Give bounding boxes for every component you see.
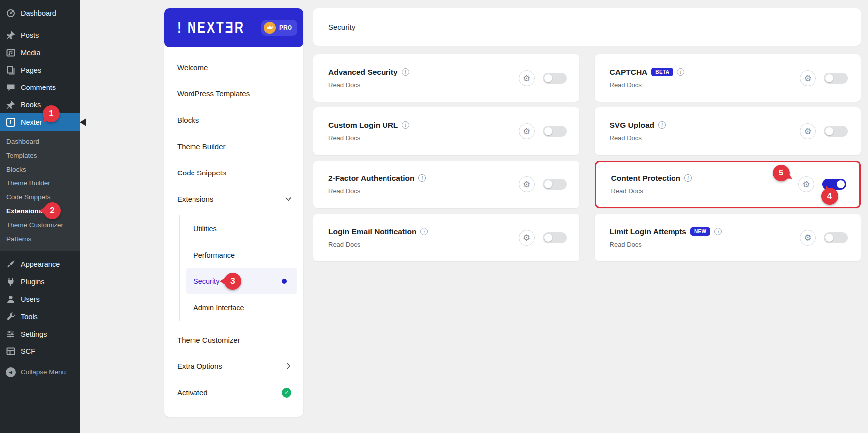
- panel-menu-item-code-snippets[interactable]: Code Snippets: [164, 160, 303, 186]
- sidebar-item-settings[interactable]: Settings: [0, 325, 80, 343]
- read-docs-link[interactable]: Read Docs: [328, 187, 360, 195]
- extensions-submenu-item-admin-interface[interactable]: Admin Interface: [180, 294, 303, 321]
- read-docs-link[interactable]: Read Docs: [611, 187, 643, 195]
- feature-settings-gear-button[interactable]: ⚙: [798, 176, 814, 192]
- read-docs-link[interactable]: Read Docs: [328, 241, 360, 248]
- read-docs-link[interactable]: Read Docs: [610, 134, 642, 142]
- info-icon[interactable]: i: [420, 228, 428, 235]
- submenu-item-patterns[interactable]: Patterns: [0, 232, 80, 246]
- gear-icon: ⚙: [802, 180, 810, 189]
- table-icon: [5, 346, 16, 356]
- feature-toggle-off[interactable]: [543, 126, 567, 137]
- sidebar-item-plugins[interactable]: Plugins: [0, 273, 80, 290]
- toggle-knob: [544, 180, 552, 188]
- sidebar-item-label: Appearance: [21, 260, 60, 268]
- read-docs-link[interactable]: Read Docs: [328, 81, 360, 88]
- sidebar-item-media[interactable]: Media: [0, 44, 80, 61]
- feature-settings-gear-button[interactable]: ⚙: [519, 176, 535, 192]
- feature-settings-gear-button[interactable]: ⚙: [800, 123, 816, 139]
- submenu-item-theme-builder[interactable]: Theme Builder: [0, 176, 80, 190]
- wrench-icon: [5, 311, 16, 322]
- submenu-item-blocks[interactable]: Blocks: [0, 162, 80, 176]
- sidebar-item-nexter[interactable]: ! Nexter 1: [0, 113, 80, 131]
- sidebar-item-tools[interactable]: Tools: [0, 308, 80, 325]
- feature-title: Advanced Security: [328, 68, 398, 77]
- extensions-submenu-item-utilities[interactable]: Utilities: [180, 215, 303, 242]
- extensions-submenu-item-security[interactable]: Security 3: [186, 268, 297, 294]
- feature-toggle-off[interactable]: [543, 232, 567, 243]
- panel-submenu-label: Admin Interface: [193, 304, 244, 312]
- panel-menu-item-wordpress-templates[interactable]: WordPress Templates: [164, 81, 303, 107]
- card-text: Limit Login Attempts NEW i Read Docs: [610, 227, 722, 249]
- sidebar-item-label: Pages: [21, 66, 41, 74]
- panel-menu-item-welcome[interactable]: Welcome: [164, 54, 303, 81]
- card-text: Custom Login URL i Read Docs: [328, 121, 409, 142]
- panel-menu-item-activated[interactable]: Activated ✓: [164, 379, 303, 406]
- feature-settings-gear-button[interactable]: ⚙: [519, 123, 535, 139]
- sidebar-item-pages[interactable]: Pages: [0, 61, 80, 79]
- check-circle-icon: ✓: [282, 388, 291, 398]
- gear-icon: ⚙: [804, 74, 811, 83]
- info-icon[interactable]: i: [658, 121, 666, 129]
- sidebar-item-dashboard[interactable]: Dashboard: [0, 4, 80, 22]
- feature-toggle-off[interactable]: [824, 73, 848, 84]
- feature-title: 2-Factor Authentication: [328, 174, 414, 183]
- info-icon[interactable]: i: [714, 228, 722, 235]
- submenu-item-extensions[interactable]: Extensions 2: [0, 204, 80, 218]
- submenu-item-dashboard[interactable]: Dashboard: [0, 134, 80, 148]
- info-icon[interactable]: i: [402, 68, 409, 76]
- sidebar-item-label: Comments: [21, 84, 56, 91]
- feature-settings-gear-button[interactable]: ⚙: [800, 70, 816, 86]
- collapse-menu-button[interactable]: ◀ Collapse Menu: [0, 363, 80, 381]
- read-docs-link[interactable]: Read Docs: [328, 134, 360, 142]
- panel-menu-label: WordPress Templates: [177, 89, 250, 98]
- feature-title: SVG Upload: [610, 121, 655, 130]
- dashboard-icon: [5, 8, 16, 18]
- sidebar-item-users[interactable]: Users: [0, 290, 80, 308]
- active-menu-arrow: [80, 118, 86, 126]
- info-icon[interactable]: i: [677, 68, 684, 76]
- feature-title: Content Protection: [611, 174, 681, 183]
- info-icon[interactable]: i: [418, 174, 426, 182]
- feature-settings-gear-button[interactable]: ⚙: [519, 230, 535, 246]
- sidebar-item-label: Users: [21, 295, 40, 303]
- sidebar-item-scf[interactable]: SCF: [0, 343, 80, 360]
- feature-settings-gear-button[interactable]: ⚙: [519, 70, 535, 86]
- extensions-submenu-item-performance[interactable]: Performance: [180, 242, 303, 268]
- panel-menu-label: Welcome: [177, 63, 208, 72]
- callout-step-3: 3: [224, 273, 241, 290]
- extensions-grid: Advanced Security i Read Docs ⚙ CAPTCHA …: [313, 54, 861, 261]
- panel-menu-item-blocks[interactable]: Blocks: [164, 107, 303, 133]
- feature-toggle-off[interactable]: [824, 232, 848, 243]
- feature-toggle-off[interactable]: [543, 73, 567, 84]
- panel-menu-label: Activated: [177, 388, 208, 397]
- read-docs-link[interactable]: Read Docs: [610, 81, 642, 88]
- submenu-item-code-snippets[interactable]: Code Snippets: [0, 190, 80, 204]
- new-badge: NEW: [690, 227, 711, 236]
- info-icon[interactable]: i: [684, 174, 692, 182]
- pages-icon: [5, 65, 16, 75]
- panel-menu-item-theme-customizer[interactable]: Theme Customizer: [164, 327, 303, 353]
- sidebar-item-books[interactable]: Books: [0, 96, 80, 113]
- pro-badge[interactable]: PRO: [261, 20, 297, 36]
- feature-toggle-off[interactable]: [543, 179, 567, 190]
- sidebar-item-label: Posts: [21, 31, 39, 39]
- panel-menu-item-extensions[interactable]: Extensions: [164, 186, 303, 212]
- sidebar-item-comments[interactable]: Comments: [0, 79, 80, 96]
- sidebar-item-label: Books: [21, 101, 41, 109]
- feature-toggle-off[interactable]: [824, 126, 848, 137]
- read-docs-link[interactable]: Read Docs: [610, 241, 642, 248]
- sidebar-item-posts[interactable]: Posts: [0, 26, 80, 44]
- submenu-item-templates[interactable]: Templates: [0, 148, 80, 162]
- panel-menu-item-extra-options[interactable]: Extra Options: [164, 353, 303, 379]
- user-icon: [5, 294, 16, 304]
- comment-icon: [5, 82, 16, 92]
- sidebar-item-label: SCF: [21, 347, 35, 355]
- info-icon[interactable]: i: [402, 121, 409, 129]
- toggle-knob: [825, 127, 833, 135]
- feature-settings-gear-button[interactable]: ⚙: [800, 230, 816, 246]
- feature-title: CAPTCHA: [610, 68, 648, 77]
- submenu-item-theme-customizer[interactable]: Theme Customizer: [0, 218, 80, 232]
- sidebar-item-appearance[interactable]: Appearance: [0, 256, 80, 273]
- panel-menu-item-theme-builder[interactable]: Theme Builder: [164, 133, 303, 160]
